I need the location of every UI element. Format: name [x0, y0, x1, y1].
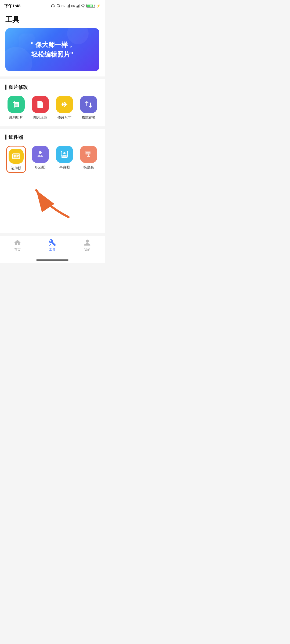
- tool-bg-change[interactable]: 换底色: [78, 146, 99, 173]
- battery-level: 48: [87, 5, 95, 7]
- svg-rect-31: [86, 152, 90, 153]
- svg-rect-11: [18, 102, 19, 107]
- section-title-id: 证件照: [9, 134, 23, 140]
- half-body-icon-bg: [56, 146, 73, 163]
- banner[interactable]: " 像大师一样， 轻松编辑照片": [5, 28, 99, 71]
- banner-line1: " 像大师一样，: [31, 40, 74, 50]
- section-bar: [5, 85, 6, 90]
- convert-icon: [84, 100, 93, 109]
- profession-icon: [36, 150, 45, 159]
- svg-rect-23: [16, 155, 19, 156]
- half-body-icon: [60, 150, 69, 159]
- bg-change-icon: [84, 150, 93, 159]
- half-body-label: 半身照: [59, 165, 70, 170]
- svg-point-22: [14, 155, 16, 157]
- alarm-icon: [56, 4, 60, 8]
- svg-rect-10: [14, 107, 19, 107]
- compress-icon-bg: [32, 96, 49, 113]
- charging-icon: ⚡: [96, 4, 100, 8]
- section-header-image: 图片修改: [5, 84, 99, 90]
- arrow-section: [0, 180, 105, 228]
- tool-half-body[interactable]: 半身照: [54, 146, 75, 173]
- id-photo-highlight-box: 证件照: [6, 146, 26, 173]
- svg-rect-33: [87, 156, 90, 157]
- svg-rect-21: [13, 154, 20, 159]
- profession-label: 职业照: [35, 165, 46, 170]
- svg-rect-2: [68, 5, 69, 8]
- banner-deco1: [5, 47, 32, 71]
- tools-nav-icon: [49, 239, 56, 246]
- svg-rect-26: [40, 155, 41, 156]
- nav-tools[interactable]: 工具: [35, 239, 70, 252]
- nav-home-label: 首页: [14, 247, 21, 252]
- status-icons: HD HD 48 ⚡: [51, 4, 100, 8]
- id-photo-section: 证件照 证件照: [0, 129, 105, 180]
- compress-icon: [36, 100, 45, 109]
- spacer: [0, 228, 105, 233]
- profile-nav-icon: [84, 239, 91, 246]
- banner-text: " 像大师一样， 轻松编辑照片": [31, 40, 74, 59]
- image-edit-section: 图片修改 裁剪照片: [0, 79, 105, 126]
- tool-resize[interactable]: 修改尺寸: [54, 96, 75, 120]
- bottom-nav: 首页 工具 我的: [0, 236, 105, 257]
- tool-compress[interactable]: 图片压缩: [30, 96, 51, 120]
- id-photo-label: 证件照: [11, 166, 21, 171]
- resize-icon: [60, 100, 69, 109]
- nav-profile-label: 我的: [84, 247, 90, 252]
- svg-rect-6: [78, 5, 79, 8]
- svg-rect-1: [68, 6, 68, 8]
- nav-profile[interactable]: 我的: [70, 239, 105, 252]
- indicator-line: [36, 259, 68, 261]
- svg-rect-20: [64, 103, 65, 106]
- tool-id-photo[interactable]: 证件照: [5, 146, 27, 173]
- profession-icon-bg: [32, 146, 49, 163]
- svg-rect-5: [77, 6, 78, 8]
- crop-icon: [12, 100, 20, 109]
- resize-label: 修改尺寸: [57, 115, 71, 120]
- svg-rect-4: [77, 6, 77, 8]
- image-tool-grid: 裁剪照片 图片压缩: [5, 96, 99, 120]
- bottom-indicator: [0, 257, 105, 263]
- convert-icon-bg: [80, 96, 97, 113]
- svg-rect-32: [88, 154, 89, 156]
- banner-section: " 像大师一样， 轻松编辑照片": [0, 28, 105, 76]
- arrow-indicator: [26, 185, 79, 222]
- compress-label: 图片压缩: [33, 115, 47, 120]
- section-bar-id: [5, 134, 6, 140]
- signal-hd2: HD: [71, 5, 75, 8]
- svg-point-28: [63, 152, 66, 154]
- headphone-icon: [51, 4, 55, 8]
- crop-label: 裁剪照片: [9, 115, 23, 120]
- page-title-section: 工具: [0, 12, 105, 28]
- battery-indicator: 48: [86, 4, 95, 8]
- id-photo-icon-bg: [9, 149, 24, 164]
- svg-point-25: [39, 151, 42, 154]
- section-header-id: 证件照: [5, 134, 99, 140]
- crop-icon-bg: [8, 96, 25, 113]
- section-title-image: 图片修改: [9, 84, 28, 90]
- resize-icon-bg: [56, 96, 73, 113]
- svg-rect-24: [16, 156, 18, 157]
- nav-tools-label: 工具: [49, 247, 56, 252]
- tool-crop[interactable]: 裁剪照片: [5, 96, 27, 120]
- home-nav-icon: [14, 239, 21, 246]
- page-title: 工具: [5, 15, 99, 24]
- nav-home[interactable]: 首页: [0, 239, 35, 252]
- signal-icon2: [76, 4, 80, 8]
- tool-convert[interactable]: 格式转换: [78, 96, 99, 120]
- svg-rect-12: [15, 103, 18, 106]
- svg-rect-3: [69, 4, 70, 8]
- id-photo-grid: 证件照 职业照: [5, 146, 99, 173]
- svg-rect-17: [62, 103, 63, 106]
- signal-hd: HD: [61, 5, 65, 8]
- wifi-icon: [81, 4, 85, 8]
- tool-profession[interactable]: 职业照: [30, 146, 51, 173]
- svg-rect-7: [79, 4, 79, 8]
- status-bar: 下午1:48 HD HD 48 ⚡: [0, 0, 105, 12]
- signal-icon1: [67, 4, 70, 8]
- id-photo-icon: [12, 152, 20, 160]
- convert-label: 格式转换: [82, 115, 96, 120]
- banner-line2: 轻松编辑照片": [31, 50, 74, 59]
- status-time: 下午1:48: [4, 3, 20, 9]
- svg-rect-0: [67, 6, 67, 8]
